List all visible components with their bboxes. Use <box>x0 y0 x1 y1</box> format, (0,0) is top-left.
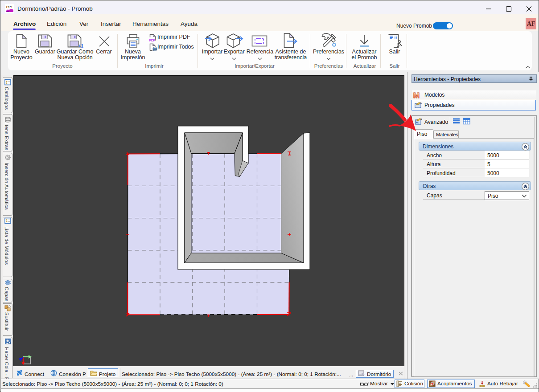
svg-text:+1: +1 <box>78 43 83 49</box>
svg-text:PDF: PDF <box>149 38 156 42</box>
svg-text:PP+: PP+ <box>6 5 13 9</box>
svg-text:M: M <box>413 91 420 99</box>
